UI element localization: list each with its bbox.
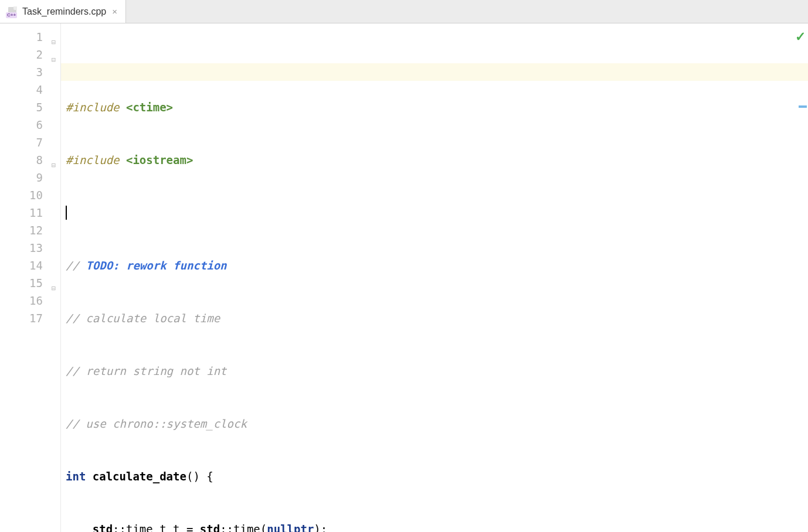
- code-line[interactable]: // return string not int: [66, 362, 808, 380]
- line-number[interactable]: 13: [0, 239, 43, 257]
- line-number[interactable]: 12: [0, 221, 43, 239]
- line-number[interactable]: 3: [0, 63, 43, 81]
- line-number[interactable]: 16: [0, 292, 43, 309]
- code-line[interactable]: // use chrono::system_clock: [66, 415, 808, 432]
- check-icon[interactable]: ✓: [795, 29, 806, 45]
- code-line[interactable]: #include <ctime>: [66, 98, 808, 116]
- info-marker[interactable]: [799, 105, 807, 108]
- current-line-highlight: [61, 63, 808, 81]
- fold-icon[interactable]: ⊟: [49, 33, 56, 40]
- code-line[interactable]: // TODO: rework function: [66, 257, 808, 274]
- line-gutter[interactable]: 1⊟ 2⊟ 3 4 5 6 7 8⊟ 9 10 11 12 13 14 15⊟ …: [0, 23, 61, 532]
- fold-icon[interactable]: ⊟: [49, 51, 56, 58]
- line-number[interactable]: 7: [0, 134, 43, 151]
- editor: 1⊟ 2⊟ 3 4 5 6 7 8⊟ 9 10 11 12 13 14 15⊟ …: [0, 23, 808, 532]
- fold-icon[interactable]: ⊟: [49, 279, 56, 287]
- code-line[interactable]: [66, 204, 808, 221]
- inspection-gutter[interactable]: ✓: [797, 23, 808, 532]
- code-line[interactable]: std::time_t t = std::time(nullptr);: [66, 520, 808, 532]
- line-number[interactable]: 9: [0, 169, 43, 186]
- line-number[interactable]: 17: [0, 309, 43, 327]
- line-number[interactable]: 1⊟: [0, 28, 43, 46]
- close-icon[interactable]: ×: [111, 5, 118, 18]
- code-line[interactable]: #include <iostream>: [66, 151, 808, 169]
- line-number[interactable]: 8⊟: [0, 151, 43, 169]
- text-cursor: [66, 206, 67, 220]
- line-number[interactable]: 10: [0, 186, 43, 204]
- tab-bar: C++ Task_reminders.cpp ×: [0, 0, 808, 23]
- line-number[interactable]: 15⊟: [0, 274, 43, 292]
- line-number[interactable]: 2⊟: [0, 46, 43, 63]
- tab-file[interactable]: C++ Task_reminders.cpp ×: [0, 0, 126, 23]
- code-line[interactable]: // calculate local time: [66, 309, 808, 327]
- code-line[interactable]: int calculate_date() {: [66, 468, 808, 485]
- line-number[interactable]: 11: [0, 204, 43, 221]
- line-number[interactable]: 5: [0, 98, 43, 116]
- cpp-file-icon: C++: [7, 6, 18, 17]
- fold-icon[interactable]: ⊟: [49, 156, 56, 163]
- code-editor[interactable]: #include <ctime> #include <iostream> // …: [61, 23, 808, 532]
- tab-filename: Task_reminders.cpp: [22, 6, 106, 17]
- line-number[interactable]: 14: [0, 257, 43, 274]
- line-number[interactable]: 4: [0, 81, 43, 98]
- line-number[interactable]: 6: [0, 116, 43, 134]
